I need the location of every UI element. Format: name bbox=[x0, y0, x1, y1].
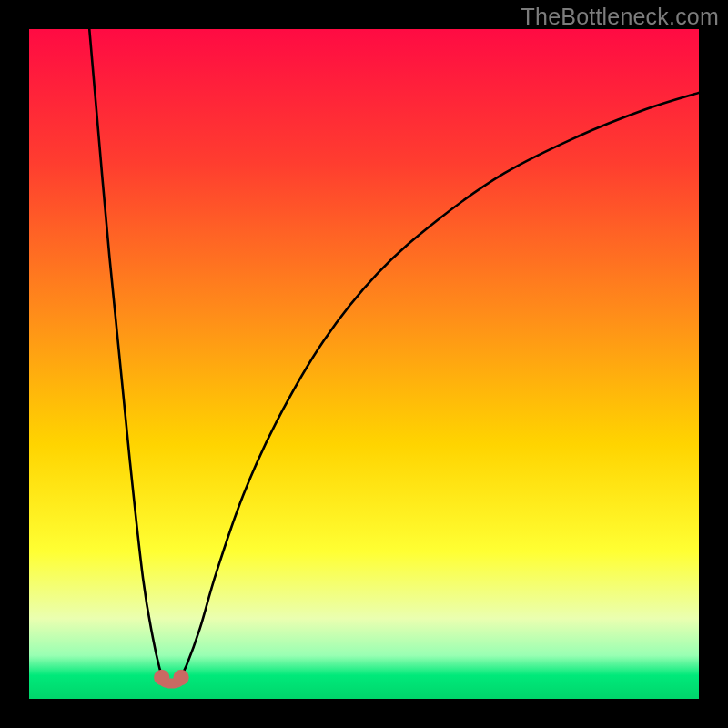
chart-plot bbox=[29, 29, 699, 699]
chart-background bbox=[29, 29, 699, 699]
valley-marker-dot bbox=[154, 670, 169, 685]
watermark-text: TheBottleneck.com bbox=[521, 4, 719, 30]
valley-marker-dot bbox=[173, 670, 188, 685]
chart-stage: TheBottleneck.com bbox=[0, 0, 728, 728]
chart-svg bbox=[29, 29, 699, 699]
